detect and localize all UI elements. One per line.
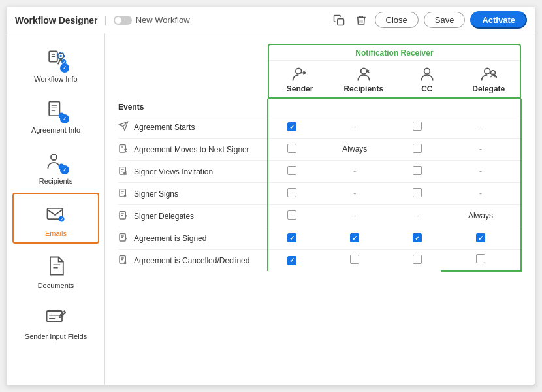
app-title: Workflow Designer — [15, 15, 98, 25]
sidebar-item-sender-input[interactable]: Sender Input Fields — [7, 297, 104, 346]
checkbox-unchecked[interactable] — [413, 188, 422, 197]
event-name-cell: Signer Views Invitation — [118, 160, 267, 182]
cell-sender[interactable] — [268, 182, 315, 204]
event-name-cell: Signer Delegates — [118, 204, 267, 227]
events-col-header: Events — [118, 99, 268, 116]
event-icon — [118, 188, 129, 200]
cell-cc[interactable] — [394, 138, 441, 160]
sidebar-item-workflow-info[interactable]: ✓ Workflow Info — [7, 40, 104, 88]
cell-recipients[interactable] — [315, 227, 394, 249]
table-row: Agreement Moves to Next SignerAlways- — [118, 138, 521, 160]
th-cc — [394, 99, 441, 116]
event-icon — [118, 165, 129, 178]
checkbox-unchecked[interactable] — [287, 210, 296, 220]
checkbox-checked[interactable] — [287, 233, 296, 242]
table-row: Agreement Starts-- — [118, 116, 521, 138]
event-icon — [118, 254, 129, 267]
cell-sender[interactable] — [268, 116, 315, 138]
table-row: Agreement is Cancelled/Declined — [118, 249, 521, 271]
cell-cc[interactable] — [394, 249, 441, 271]
workflow-toggle[interactable] — [114, 16, 132, 25]
cell-sender[interactable] — [268, 227, 315, 249]
cell-cc[interactable] — [394, 182, 441, 204]
sender-icon — [291, 65, 309, 83]
cell-delegate[interactable] — [441, 227, 521, 249]
checkbox-unchecked[interactable] — [413, 255, 422, 264]
sidebar-item-recipients[interactable]: ✓ Recipients — [7, 142, 104, 190]
recipients-badge — [60, 165, 69, 174]
event-name-cell: Signer Signs — [118, 182, 267, 204]
cell-cc[interactable] — [394, 160, 441, 182]
col-sender-label: Sender — [287, 84, 313, 93]
svg-text:✓: ✓ — [60, 217, 63, 221]
cell-sender[interactable] — [268, 249, 315, 271]
sender-input-icon — [43, 304, 69, 330]
sidebar-label-recipients: Recipients — [39, 177, 72, 185]
event-label: Signer Signs — [134, 189, 178, 199]
event-icon — [118, 210, 129, 222]
dash-value: - — [353, 167, 356, 176]
checkbox-unchecked[interactable] — [413, 122, 422, 131]
cell-cc[interactable] — [394, 227, 441, 249]
cell-recipients: - — [315, 182, 394, 204]
svg-point-25 — [121, 146, 123, 148]
cell-delegate: Always — [441, 204, 521, 227]
checkbox-checked[interactable] — [287, 122, 296, 131]
app-window: Workflow Designer | New Workflow — [7, 7, 535, 385]
event-name-cell: Agreement Moves to Next Signer — [118, 138, 267, 160]
col-cc-header: CC — [409, 65, 444, 93]
checkbox-unchecked[interactable] — [413, 144, 422, 153]
cell-sender[interactable] — [268, 138, 315, 160]
checkbox-unchecked[interactable] — [350, 255, 359, 264]
cell-delegate: - — [441, 138, 521, 160]
checkbox-unchecked[interactable] — [476, 254, 485, 263]
dash-value: - — [353, 189, 356, 198]
activate-button[interactable]: Activate — [470, 11, 527, 29]
sidebar-item-documents[interactable]: Documents — [7, 246, 104, 295]
dash-value: - — [479, 167, 482, 176]
table-row: Signer Delegates--Always — [118, 204, 521, 227]
col-header-events — [118, 44, 268, 99]
checkbox-unchecked[interactable] — [413, 166, 422, 175]
cell-delegate[interactable] — [441, 249, 521, 271]
delete-button[interactable] — [353, 12, 370, 29]
close-button[interactable]: Close — [375, 12, 419, 28]
svg-point-5 — [59, 55, 62, 57]
sidebar-label-sender-input: Sender Input Fields — [25, 333, 87, 340]
svg-rect-2 — [51, 54, 54, 55]
checkbox-checked[interactable] — [287, 256, 296, 265]
copy-button[interactable] — [330, 12, 347, 29]
svg-point-21 — [424, 68, 430, 74]
cell-recipients: - — [315, 116, 394, 138]
col-sender-header: Sender — [282, 65, 318, 93]
checkbox-checked[interactable] — [413, 233, 422, 242]
sidebar-item-emails[interactable]: ✓ Emails — [12, 193, 99, 244]
checkbox-unchecked[interactable] — [287, 144, 296, 153]
sidebar-label-agreement-info: Agreement Info — [31, 126, 80, 134]
checkbox-unchecked[interactable] — [287, 188, 296, 197]
workflow-name-label: New Workflow — [136, 15, 190, 25]
workflow-info-icon: ✓ — [43, 46, 69, 73]
checkbox-checked[interactable] — [476, 233, 485, 242]
sidebar: ✓ Workflow Info ✓ Agreement I — [7, 33, 105, 385]
sidebar-item-agreement-info[interactable]: ✓ Agreement Info — [7, 91, 104, 139]
header-actions: Close Save Activate — [330, 11, 527, 29]
agreement-info-badge — [60, 114, 69, 123]
event-icon — [118, 121, 129, 133]
save-button[interactable]: Save — [424, 12, 466, 28]
svg-point-22 — [485, 68, 490, 74]
svg-rect-0 — [337, 18, 343, 25]
event-label: Agreement Starts — [134, 123, 195, 132]
event-name-cell: Agreement is Cancelled/Declined — [118, 249, 267, 271]
checkbox-checked[interactable] — [350, 233, 359, 242]
th-recipients — [315, 99, 394, 116]
event-name-cell: Agreement Starts — [118, 116, 267, 138]
text-value: Always — [468, 211, 493, 220]
cell-recipients[interactable] — [315, 249, 394, 271]
event-icon — [118, 232, 129, 244]
cell-sender[interactable] — [268, 204, 315, 227]
cell-cc[interactable] — [394, 116, 441, 138]
checkbox-unchecked[interactable] — [287, 166, 296, 175]
cell-sender[interactable] — [268, 160, 315, 182]
dash-value: - — [479, 122, 482, 131]
